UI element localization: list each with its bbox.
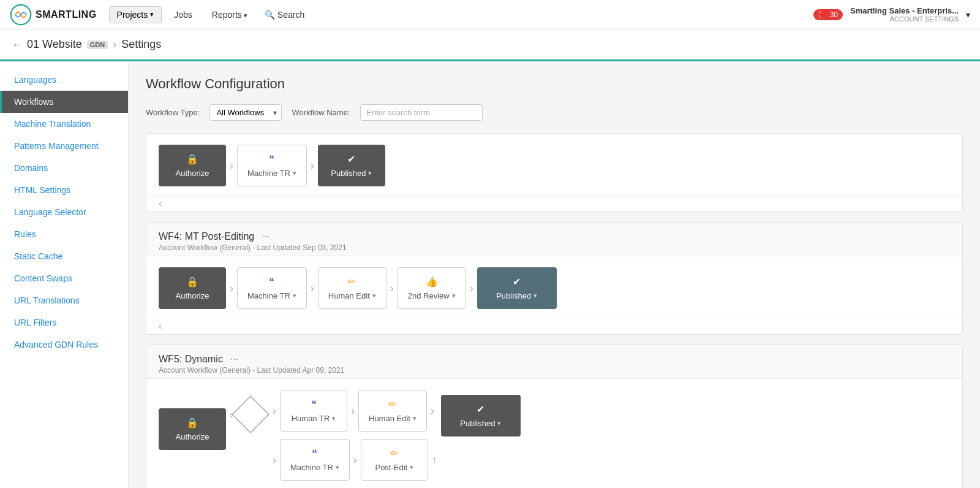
smartling-logo-icon — [10, 4, 32, 26]
dd-human-edit-wf5: ▾ — [413, 414, 417, 422]
breadcrumb-current: Settings — [121, 38, 161, 51]
wf4-menu-btn[interactable]: ··· — [259, 231, 272, 242]
workflow-name-input[interactable] — [360, 104, 483, 121]
published-step-wf5[interactable]: ✔ Published ▾ — [441, 395, 521, 437]
thumb-icon-wf4: 👍 — [426, 276, 438, 288]
lock-icon-wf5: 🔒 — [186, 417, 198, 429]
account-info[interactable]: Smartling Sales - Enterpris... ACCOUNT S… — [850, 6, 959, 23]
sidebar-item-rules[interactable]: Rules — [0, 223, 128, 245]
quote-icon: ❝ — [269, 153, 274, 165]
workflow-type-select[interactable]: All Workflows — [209, 104, 282, 121]
filter-bar: Workflow Type: All Workflows Workflow Na… — [146, 104, 963, 121]
sidebar-item-content-swaps[interactable]: Content Swaps — [0, 267, 128, 289]
arrow-1: › — [230, 159, 233, 172]
lock-icon-wf4: 🔒 — [186, 276, 198, 288]
authorize-step-wf4[interactable]: 🔒 Authorize — [159, 267, 226, 309]
quote-icon-wf5-top: ❝ — [311, 398, 317, 410]
check-icon-wf5: ✔ — [477, 403, 484, 415]
scroll-left-hint-wf4[interactable]: ‹ — [146, 318, 962, 334]
sidebar-item-language-selector[interactable]: Language Selector — [0, 201, 128, 223]
workflow-type-select-wrapper[interactable]: All Workflows — [209, 104, 282, 121]
dropdown-arrow-wf4-pub: ▾ — [533, 292, 537, 300]
authorize-step-partial[interactable]: 🔒 Authorize — [159, 145, 226, 186]
sidebar-item-workflows[interactable]: Workflows — [0, 91, 128, 113]
check-icon: ✔ — [347, 153, 355, 165]
workflow-title-wf4: WF4: MT Post-Editing ··· — [159, 231, 950, 242]
edit-icon-wf5-bot: ✏ — [390, 448, 398, 459]
branch-diamond — [232, 395, 270, 433]
quote-icon-wf4: ❝ — [269, 276, 274, 288]
arrow-branch-bottom-2: › — [353, 454, 357, 467]
branch-bottom: › ❝ Machine TR ▾ › ✏ Post-Ed — [269, 439, 441, 481]
sidebar-item-languages[interactable]: Languages — [0, 69, 128, 91]
search-nav[interactable]: 🔍 Search — [260, 7, 309, 23]
arrow-branch-bottom-1: › — [273, 454, 276, 467]
arrow-wf4-2: › — [311, 282, 314, 295]
sidebar-item-domains[interactable]: Domains — [0, 157, 128, 179]
dropdown-arrow-wf4-mt: ▾ — [293, 292, 296, 300]
flag-icon: 🚩 — [818, 10, 827, 19]
sidebar-item-url-filters[interactable]: URL Filters — [0, 311, 128, 334]
account-settings-label: ACCOUNT SETTINGS — [850, 15, 959, 23]
authorize-step-wf5[interactable]: 🔒 Authorize — [159, 408, 226, 450]
sidebar-item-advanced-gdn-rules[interactable]: Advanced GDN Rules — [0, 334, 128, 356]
breadcrumb-project: 01 Website — [27, 38, 82, 51]
dd-post-edit-wf5: ▾ — [410, 463, 413, 471]
machine-tr-step-wf4[interactable]: ❝ Machine TR ▾ — [237, 267, 307, 309]
quote-icon-wf5-bot: ❝ — [312, 448, 317, 459]
notification-badge[interactable]: 🚩 30 — [813, 9, 843, 20]
account-name: Smartling Sales - Enterpris... — [850, 6, 959, 15]
review-step-wf4[interactable]: 👍 2nd Review ▾ — [398, 267, 466, 309]
jobs-nav[interactable]: Jobs — [167, 7, 200, 23]
logo-text: SMARTLING — [36, 9, 97, 20]
workflow-steps-wf5: 🔒 Authorize › › ❝ — [146, 379, 962, 488]
workflow-header-wf4: WF4: MT Post-Editing ··· Account Workflo… — [146, 223, 962, 256]
arrow-branch-top-1: › — [273, 405, 276, 417]
sidebar-item-url-translations[interactable]: URL Translations — [0, 289, 128, 311]
dropdown-arrow: ▾ — [293, 169, 296, 177]
top-nav: SMARTLING Projects Jobs Reports 🔍 Search… — [0, 0, 980, 29]
workflow-name-label: Workflow Name: — [292, 108, 350, 117]
branch-paths: › ❝ Human TR ▾ › ✏ Human Edi — [269, 390, 441, 481]
workflow-meta-wf5: Account Workflow (General) - Last Update… — [159, 366, 950, 375]
reports-menu[interactable]: Reports — [205, 7, 255, 23]
workflow-steps-wf4: 🔒 Authorize › ❝ Machine TR ▾ › ✏ Human E… — [146, 256, 962, 318]
arrow-wf4-1: › — [230, 282, 233, 295]
arrow-branch-top-2: › — [351, 405, 355, 417]
post-edit-step-wf5[interactable]: ✏ Post-Edit ▾ — [361, 439, 428, 481]
dd-published-wf5: ▾ — [497, 419, 501, 427]
check-icon-wf4: ✔ — [513, 276, 521, 288]
human-tr-step-wf5[interactable]: ❝ Human TR ▾ — [280, 390, 347, 432]
workflow-block-wf4: WF4: MT Post-Editing ··· Account Workflo… — [146, 222, 963, 335]
sidebar-item-patterns-management[interactable]: Patterns Management — [0, 135, 128, 157]
published-step-wf4[interactable]: ✔ Published ▾ — [477, 267, 557, 309]
gdn-badge: GDN — [87, 40, 108, 49]
human-edit-step-wf4[interactable]: ✏ Human Edit ▾ — [318, 267, 386, 309]
back-arrow[interactable]: ← — [12, 39, 22, 50]
page-title: Workflow Configuration — [146, 76, 963, 92]
branch-diamond-wrapper — [237, 401, 264, 428]
arrow-branch-top-3: › — [431, 405, 434, 417]
arrow-branch-bottom-3: ↑ — [432, 454, 437, 467]
sidebar-item-machine-translation[interactable]: Machine Translation — [0, 113, 128, 135]
machine-tr-step-wf5[interactable]: ❝ Machine TR ▾ — [280, 439, 350, 481]
breadcrumb: ← 01 Website GDN › Settings — [0, 29, 980, 61]
workflow-block-partial: 🔒 Authorize › ❝ Machine TR ▾ › ✔ Publish… — [146, 133, 963, 212]
wf5-menu-btn[interactable]: ··· — [228, 354, 241, 365]
human-edit-step-wf5[interactable]: ✏ Human Edit ▾ — [358, 390, 427, 432]
chevron-down-icon: ▾ — [966, 10, 970, 20]
scroll-left-hint[interactable]: ‹ — [146, 195, 962, 212]
machine-tr-step-partial[interactable]: ❝ Machine TR ▾ — [237, 145, 307, 186]
main-layout: Languages Workflows Machine Translation … — [0, 61, 980, 488]
workflow-steps-partial: 🔒 Authorize › ❝ Machine TR ▾ › ✔ Publish… — [146, 134, 962, 195]
sidebar-item-html-settings[interactable]: HTML Settings — [0, 179, 128, 201]
nav-right: 🚩 30 Smartling Sales - Enterpris... ACCO… — [813, 6, 970, 23]
sidebar-item-static-cache[interactable]: Static Cache — [0, 245, 128, 267]
arrow-2: › — [311, 159, 314, 172]
dd-human-tr: ▾ — [332, 414, 336, 422]
published-step-partial[interactable]: ✔ Published ▾ — [318, 145, 385, 186]
lock-icon: 🔒 — [186, 153, 198, 165]
logo: SMARTLING — [10, 4, 97, 26]
projects-menu[interactable]: Projects — [109, 6, 162, 23]
workflow-meta-wf4: Account Workflow (General) - Last Update… — [159, 243, 950, 252]
